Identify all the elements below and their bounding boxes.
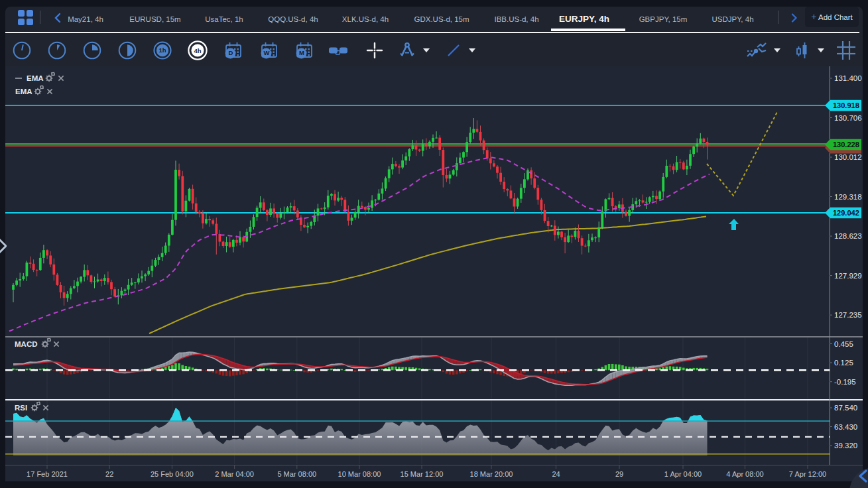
svg-text:7 Apr 12:00: 7 Apr 12:00 bbox=[789, 470, 826, 478]
svg-text:24: 24 bbox=[552, 470, 560, 478]
svg-text:18 Mar 20:00: 18 Mar 20:00 bbox=[470, 470, 513, 478]
svg-text:10 Mar 08:00: 10 Mar 08:00 bbox=[338, 470, 381, 478]
svg-text:22: 22 bbox=[105, 470, 113, 478]
svg-text:0.455: 0.455 bbox=[834, 340, 853, 348]
svg-text:W: W bbox=[264, 49, 270, 56]
svg-text:D: D bbox=[229, 49, 233, 56]
svg-text:130.012: 130.012 bbox=[834, 153, 862, 161]
svg-text:127.929: 127.929 bbox=[834, 272, 862, 280]
svg-text:127.235: 127.235 bbox=[834, 311, 862, 319]
svg-text:129.318: 129.318 bbox=[834, 193, 862, 201]
svg-text:17 Feb 2021: 17 Feb 2021 bbox=[27, 470, 68, 478]
svg-text:M: M bbox=[299, 49, 304, 56]
svg-text:130.706: 130.706 bbox=[834, 114, 862, 122]
svg-text:131.400: 131.400 bbox=[834, 74, 862, 82]
svg-text:15 Mar 12:00: 15 Mar 12:00 bbox=[401, 470, 444, 478]
svg-text:-0.195: -0.195 bbox=[834, 378, 856, 386]
svg-text:63.430: 63.430 bbox=[834, 423, 857, 431]
svg-text:29: 29 bbox=[615, 470, 623, 478]
svg-text:130.228: 130.228 bbox=[833, 141, 859, 149]
svg-text:1 Apr 04:00: 1 Apr 04:00 bbox=[664, 470, 702, 478]
svg-text:130.918: 130.918 bbox=[833, 101, 859, 109]
svg-text:2 Mar 04:00: 2 Mar 04:00 bbox=[215, 470, 254, 478]
svg-text:128.623: 128.623 bbox=[834, 232, 862, 240]
svg-text:1h: 1h bbox=[158, 46, 166, 54]
svg-text:5 Mar 08:00: 5 Mar 08:00 bbox=[277, 470, 316, 478]
svg-text:39.320: 39.320 bbox=[834, 442, 857, 450]
svg-text:RSI: RSI bbox=[15, 404, 27, 412]
svg-text:4 Apr 08:00: 4 Apr 08:00 bbox=[726, 470, 763, 478]
svg-text:87.540: 87.540 bbox=[834, 404, 857, 412]
svg-text:MACD: MACD bbox=[15, 340, 38, 348]
svg-text:0.125: 0.125 bbox=[834, 359, 853, 367]
svg-text:EMA: EMA bbox=[15, 88, 32, 95]
svg-text:129.042: 129.042 bbox=[833, 209, 859, 217]
svg-text:25 Feb 04:00: 25 Feb 04:00 bbox=[151, 470, 194, 478]
svg-text:EMA: EMA bbox=[27, 74, 44, 82]
svg-text:4h: 4h bbox=[194, 47, 201, 54]
